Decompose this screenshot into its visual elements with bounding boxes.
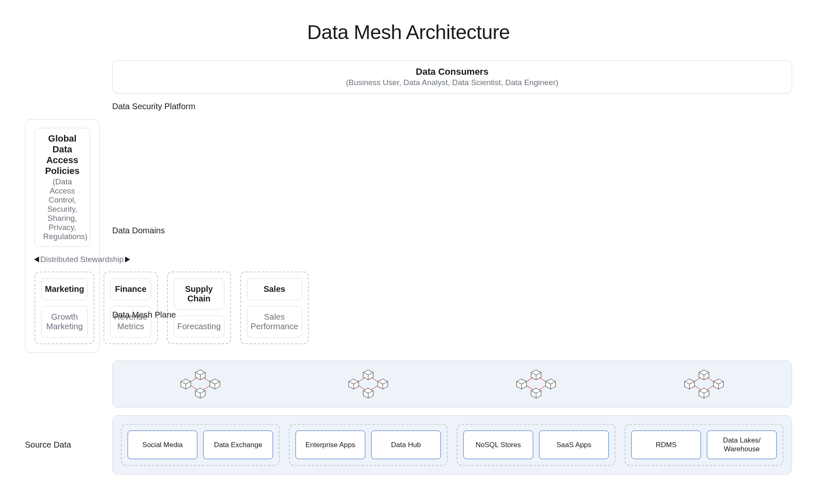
domain-name: Supply Chain <box>174 278 225 310</box>
distributed-stewardship-label: Distributed Stewardship <box>40 255 124 264</box>
svg-line-76 <box>694 377 701 382</box>
mesh-cubes-icon <box>345 369 391 399</box>
svg-line-17 <box>203 377 210 382</box>
svg-line-57 <box>539 377 546 382</box>
mesh-cubes-icon <box>513 369 559 399</box>
svg-line-59 <box>539 386 546 390</box>
source-box: RDMS <box>631 431 701 459</box>
mesh-cubes-icon <box>177 369 223 399</box>
data-consumers-subtitle: (Business User, Data Analyst, Data Scien… <box>121 78 783 87</box>
svg-line-18 <box>191 386 197 390</box>
domain-name: Sales <box>247 278 302 300</box>
global-policies-panel: Global Data Access Policies (Data Access… <box>34 128 90 247</box>
domain-detail: Growth Marketing <box>41 306 88 338</box>
domain-col-sales: Sales Sales Performance <box>240 272 308 344</box>
svg-line-16 <box>191 377 197 382</box>
row-label-source-data: Source Data <box>25 439 100 450</box>
data-consumers-panel: Data Consumers (Business User, Data Anal… <box>112 60 792 93</box>
source-box: Data Hub <box>371 431 441 459</box>
source-col-marketing: Social Media Data Exchange <box>121 424 280 466</box>
source-box: Data Lakes/ Warehouse <box>707 431 777 459</box>
svg-line-37 <box>371 377 378 382</box>
source-box: NoSQL Stores <box>463 431 533 459</box>
security-and-domains-panel: Global Data Access Policies (Data Access… <box>25 119 100 353</box>
domain-col-marketing: Marketing Growth Marketing <box>34 272 94 344</box>
global-policies-subtitle: (Data Access Control, Security, Sharing,… <box>43 177 81 241</box>
domain-col-supply-chain: Supply Chain Forecasting <box>167 272 231 344</box>
domain-name: Marketing <box>41 278 88 300</box>
row-label-security: Data Security Platform <box>112 101 792 112</box>
svg-line-36 <box>359 377 365 382</box>
diagram-body: Data Consumers (Business User, Data Anal… <box>25 60 792 475</box>
data-domains-grid: Marketing Growth Marketing Finance Reven… <box>34 272 90 344</box>
source-box: Enterprise Apps <box>295 431 365 459</box>
domain-name: Finance <box>110 278 151 300</box>
source-box: Data Exchange <box>203 431 273 459</box>
svg-line-77 <box>707 377 714 382</box>
svg-line-39 <box>371 386 378 390</box>
svg-line-19 <box>203 386 210 390</box>
svg-line-56 <box>527 377 533 382</box>
source-box: Social Media <box>128 431 197 459</box>
source-data-panel: Social Media Data Exchange Enterprise Ap… <box>112 415 792 475</box>
distributed-stewardship-arrow: Distributed Stewardship <box>34 255 90 264</box>
source-col-sales: RDMS Data Lakes/ Warehouse <box>625 424 783 466</box>
diagram-title: Data Mesh Architecture <box>25 21 792 44</box>
svg-line-79 <box>707 386 714 390</box>
data-consumers-title: Data Consumers <box>121 66 783 77</box>
domain-col-finance: Finance Revenue Metrics <box>103 272 157 344</box>
svg-line-78 <box>694 386 701 390</box>
data-mesh-plane-panel <box>112 360 792 408</box>
row-label-domains: Data Domains <box>112 225 792 236</box>
source-box: SaaS Apps <box>539 431 609 459</box>
source-col-supply-chain: NoSQL Stores SaaS Apps <box>457 424 615 466</box>
source-col-finance: Enterprise Apps Data Hub <box>289 424 448 466</box>
row-label-mesh-plane: Data Mesh Plane <box>112 309 792 320</box>
svg-line-38 <box>359 386 365 390</box>
mesh-cubes-icon <box>681 369 727 399</box>
svg-line-58 <box>527 386 533 390</box>
global-policies-title: Global Data Access Policies <box>43 133 81 176</box>
